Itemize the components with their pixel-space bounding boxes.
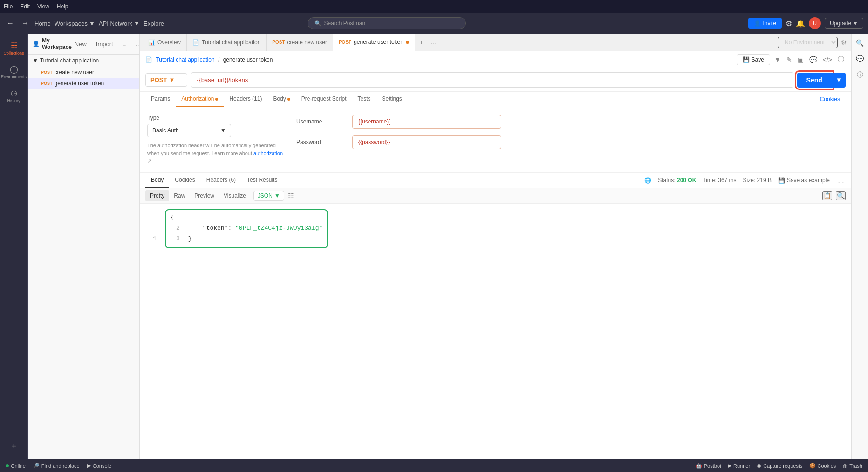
type-select[interactable]: Basic Auth ▼ [147,124,231,137]
req-tab-params[interactable]: Params [145,92,176,107]
postbot-button[interactable]: 🤖 Postbot [696,463,721,469]
tab-generate-user-token[interactable]: POST generate user token [333,34,415,51]
filter-icon[interactable]: ☷ [288,192,294,199]
info-icon[interactable]: ⓘ [836,54,846,65]
code-icon[interactable]: </> [821,55,834,65]
username-field: Username [296,115,844,129]
auth-link-icon: ↗ [147,158,151,164]
trash-button[interactable]: 🗑 Trash [842,463,862,469]
save-dropdown-icon[interactable]: ▼ [773,55,782,65]
method-chevron-icon: ▼ [169,76,175,83]
upgrade-button[interactable]: Upgrade ▼ [825,18,863,29]
settings-icon[interactable]: ⚙ [786,19,792,28]
format-tab-pretty[interactable]: Pretty [145,190,169,201]
sort-icon[interactable]: ≡ [120,40,129,48]
send-dropdown-button[interactable]: ▼ [832,73,846,88]
tab-create-new-user[interactable]: POST create new user [267,34,333,51]
sidebar-item-history[interactable]: ◷ History [1,85,27,107]
find-replace-button[interactable]: 🔎 Find and replace [33,463,80,469]
right-comment-icon[interactable]: 💬 [854,53,866,64]
copy-response-icon[interactable]: 📋 [822,191,832,200]
tab-tutorial-chat[interactable]: 📄 Tutorial chat application [187,34,267,51]
req-tab-pre-request[interactable]: Pre-request Script [296,92,352,107]
tab-overview[interactable]: 📊 Overview [143,34,187,51]
search-response-icon[interactable]: 🔍 [836,191,846,200]
send-button[interactable]: Send [797,73,832,88]
new-button[interactable]: New [72,40,89,48]
console-button[interactable]: ▶ Console [87,463,111,469]
menu-view[interactable]: View [37,3,49,10]
format-tab-raw[interactable]: Raw [169,190,190,201]
workspaces-chevron-icon: ▼ [89,20,95,27]
breadcrumb-collection-link[interactable]: Tutorial chat application [156,56,214,63]
auth-right: Username Password [296,115,844,165]
tab-method-post: POST [272,40,285,45]
save-button[interactable]: 💾 Save [737,54,770,65]
response-meta: 🌐 Status: 200 OK Time: 367 ms Size: 219 … [644,175,846,185]
res-tab-body[interactable]: Body [145,173,169,188]
bottom-right: 🤖 Postbot ▶ Runner ◉ Capture requests 🍪 … [696,463,862,469]
back-button[interactable]: ← [5,17,16,29]
cookies-button[interactable]: 🍪 Cookies [809,463,836,469]
menu-edit[interactable]: Edit [20,3,30,10]
method-selector[interactable]: POST ▼ [145,73,187,87]
req-tab-authorization[interactable]: Authorization [176,92,224,107]
breadcrumb-current: generate user token [223,56,273,63]
response-section: Body Cookies Headers (6) Test Results 🌐 … [140,173,851,459]
method-badge-post: POST [41,70,53,75]
collection-header[interactable]: ▼ Tutorial chat application [28,55,139,67]
runner-button[interactable]: ▶ Runner [728,463,750,469]
add-sidebar-item-icon[interactable]: + [11,442,16,451]
res-tab-cookies[interactable]: Cookies [169,173,200,188]
req-tab-tests[interactable]: Tests [352,92,376,107]
right-info-icon[interactable]: ⓘ [855,69,865,81]
forward-button[interactable]: → [20,17,31,29]
res-tab-test-results[interactable]: Test Results [241,173,283,188]
password-input[interactable] [352,135,501,149]
response-more-icon[interactable]: … [836,175,846,185]
right-sidebar: 🔍 💬 ⓘ [851,34,868,459]
cookies-link[interactable]: Cookies [814,92,846,106]
find-replace-icon: 🔎 [33,463,40,469]
nav-right: 👤 Invite ⚙ 🔔 U Upgrade ▼ [748,17,863,29]
right-search-icon[interactable]: 🔍 [854,37,866,48]
sidebar-item-collections[interactable]: ☷ Collections [1,37,27,59]
collection-item-create-user[interactable]: POST create new user [28,67,139,78]
edit-icon[interactable]: ✎ [785,55,793,65]
explore-link[interactable]: Explore [144,20,164,27]
add-tab-icon[interactable]: + [417,38,426,47]
trash-icon: 🗑 [842,463,847,469]
format-tab-preview[interactable]: Preview [190,190,219,201]
notifications-icon[interactable]: 🔔 [796,19,805,28]
invite-button[interactable]: 👤 Invite [748,18,782,29]
url-input[interactable] [191,72,793,88]
auth-learn-more-link[interactable]: authorization [253,150,283,156]
save-example-button[interactable]: 💾 Save as example [778,177,830,184]
capture-requests-button[interactable]: ◉ Capture requests [757,463,802,469]
req-tab-settings[interactable]: Settings [376,92,408,107]
collection-item-generate-token[interactable]: POST generate user token [28,78,139,89]
username-input[interactable] [352,115,501,129]
avatar[interactable]: U [809,17,821,29]
req-tab-headers[interactable]: Headers (11) [224,92,267,107]
collection-name: Tutorial chat application [40,57,99,64]
res-tab-headers[interactable]: Headers (6) [201,173,241,188]
req-tab-body[interactable]: Body [267,92,295,107]
home-link[interactable]: Home [34,20,51,27]
menu-file[interactable]: File [4,3,13,10]
environment-selector[interactable]: No Environment [778,37,838,48]
tabs-more-icon[interactable]: … [428,38,440,47]
import-button[interactable]: Import [93,40,116,48]
env-settings-icon[interactable]: ⚙ [840,37,848,48]
comment-icon[interactable]: 💬 [808,55,819,65]
sidebar-item-environments[interactable]: ◯ Environments [1,61,27,83]
type-chevron-icon: ▼ [220,127,226,134]
delete-icon[interactable]: ▣ [796,55,805,65]
format-tab-visualize[interactable]: Visualize [219,190,251,201]
json-format-selector[interactable]: JSON ▼ [253,191,284,201]
workspaces-dropdown[interactable]: Workspaces ▼ [55,20,95,27]
sidebar-environments-label: Environments [1,75,27,79]
menu-help[interactable]: Help [57,3,68,10]
search-bar[interactable]: 🔍 Search Postman [308,17,466,29]
api-network-dropdown[interactable]: API Network ▼ [99,20,140,27]
